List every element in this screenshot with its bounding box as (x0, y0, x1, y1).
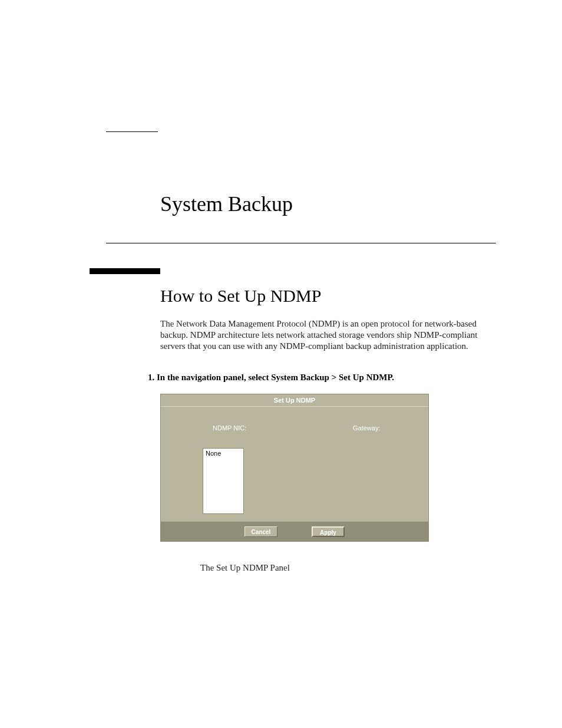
step-number: 1. (148, 373, 154, 382)
cancel-button[interactable]: Cancel (244, 526, 277, 537)
rule-full (106, 243, 496, 243)
section-body: The Network Data Management Protocol (ND… (160, 318, 496, 351)
panel-title: Set Up NDMP (161, 394, 428, 407)
nic-listbox[interactable]: None (203, 448, 244, 514)
ndmp-panel: Set Up NDMP NDMP NIC: Gateway: None Canc… (160, 394, 429, 542)
chapter-title: System Backup (160, 192, 293, 216)
panel-body: NDMP NIC: Gateway: None (161, 407, 428, 522)
ndmp-nic-label: NDMP NIC: (213, 424, 246, 431)
gateway-label: Gateway: (353, 424, 380, 431)
figure-caption: The Set Up NDMP Panel (200, 563, 290, 573)
step-text: In the navigation panel, select System B… (157, 373, 394, 382)
apply-button[interactable]: Apply (312, 526, 345, 537)
section-title: How to Set Up NDMP (160, 286, 321, 306)
ndmp-panel-figure: Set Up NDMP NDMP NIC: Gateway: None Canc… (160, 394, 429, 542)
document-page: System Backup How to Set Up NDMP The Net… (0, 0, 562, 728)
step-1: 1. In the navigation panel, select Syste… (148, 373, 496, 383)
section-bar (90, 268, 160, 274)
nic-listbox-item[interactable]: None (206, 450, 221, 457)
panel-button-row: Cancel Apply (161, 522, 428, 541)
rule-short (106, 131, 158, 132)
